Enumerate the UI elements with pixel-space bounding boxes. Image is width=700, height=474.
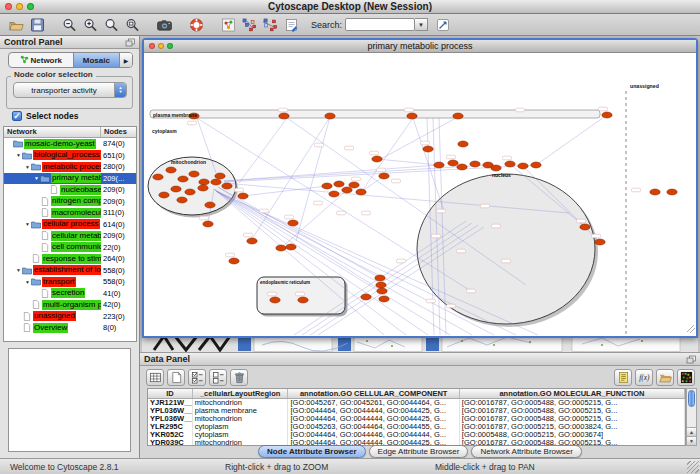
tree-row-label: secretion: [51, 288, 85, 298]
network-window-titlebar[interactable]: primary metabolic process: [144, 40, 696, 53]
control-panel-header: Control Panel: [0, 36, 139, 49]
tree-row[interactable]: ▼cellular process614(0): [4, 219, 136, 231]
resize-grip[interactable]: [687, 461, 699, 473]
zoom-in-button[interactable]: [80, 15, 101, 34]
tree-row[interactable]: ▼transport558(0): [4, 276, 136, 288]
tab-network-attribute-browser[interactable]: Network Attribute Browser: [471, 445, 581, 458]
zoom-fit-button[interactable]: [122, 15, 143, 34]
table-cell: YLR295C: [148, 423, 193, 431]
map-attributes-button[interactable]: [239, 15, 260, 34]
status-text: Right-click + drag to ZOOM: [225, 462, 328, 472]
select-attributes-button[interactable]: [188, 369, 206, 386]
tree-row[interactable]: secretion41(0): [4, 288, 136, 300]
scroll-up-button[interactable]: ▲: [687, 427, 696, 436]
import-attributes-button[interactable]: [656, 369, 674, 386]
zoom-out-button[interactable]: [59, 15, 80, 34]
table-cell: [GO:0044464, GO:0044444, GO:0044425, G..…: [288, 415, 459, 423]
tree-row[interactable]: ▼biological_process651(0): [4, 150, 136, 162]
table-row[interactable]: YKR052Ccytoplasm[GO:0044464, GO:0044446,…: [148, 431, 685, 439]
table-column-header[interactable]: _cellularLayoutRegion: [193, 389, 289, 398]
tree-row-count: 223(0): [103, 311, 125, 323]
tab-network[interactable]: Network: [9, 53, 73, 67]
svg-text:nucleus: nucleus: [492, 172, 511, 178]
network-window-title: primary metabolic process: [144, 41, 696, 51]
tree-row-count: 280(0): [103, 161, 125, 173]
tab-node-attribute-browser[interactable]: Node Attribute Browser: [258, 445, 366, 458]
network-image-button[interactable]: [218, 15, 239, 34]
dropdown-arrows-icon: ▲▼: [114, 83, 126, 97]
search-dropdown-button[interactable]: ▼: [415, 18, 428, 31]
delete-attribute-button[interactable]: [230, 369, 248, 386]
tab-mosaic[interactable]: Mosaic: [73, 53, 119, 67]
float-data-panel-icon[interactable]: [686, 355, 696, 364]
tree-row[interactable]: cell communicat22(0): [4, 242, 136, 254]
save-session-button[interactable]: [27, 15, 48, 34]
table-row[interactable]: YPL036W__2plasma membrane[GO:0044464, GO…: [148, 407, 685, 415]
map-attributes-alt-button[interactable]: [260, 15, 281, 34]
search-input[interactable]: [345, 18, 415, 31]
annotation-button[interactable]: [281, 15, 302, 34]
snapshot-button[interactable]: [154, 15, 175, 34]
data-panel-header: Data Panel: [140, 353, 700, 366]
svg-text:cytoplasm: cytoplasm: [152, 128, 177, 134]
scroll-down-button[interactable]: ▼: [687, 436, 696, 445]
control-panel-title: Control Panel: [4, 37, 63, 47]
help-button[interactable]: [186, 15, 207, 34]
table-column-header[interactable]: annotation.GO MOLECULAR_FUNCTION: [460, 389, 685, 398]
attribute-matrix-button[interactable]: [677, 369, 695, 386]
network-view-window[interactable]: primary metabolic process plasma membran…: [142, 38, 698, 338]
network-tab-icon: [20, 55, 29, 66]
tree-row[interactable]: multi-organism pro42(0): [4, 299, 136, 311]
table-cell: [GO:0005488, GO:0005215, GO:0003674]: [460, 431, 685, 439]
table-cell: [GO:0016787, GO:0005488, GO:0005215, G..…: [460, 415, 685, 423]
table-column-header[interactable]: annotation.GO CELLULAR_COMPONENT: [288, 389, 459, 398]
attribute-table-scrollbar[interactable]: ▲ ▼: [686, 388, 697, 446]
node-color-dropdown[interactable]: transporter activity ▲▼: [13, 82, 127, 98]
tab-edge-attribute-browser[interactable]: Edge Attribute Browser: [369, 445, 469, 458]
network-canvas[interactable]: plasma membranecytoplasmmitochondrionnuc…: [144, 53, 696, 336]
tree-row-label: metabolic process: [42, 162, 101, 172]
attribute-table[interactable]: ID_cellularLayoutRegionannotation.GO CEL…: [147, 388, 686, 446]
new-attribute-button[interactable]: [167, 369, 185, 386]
table-column-header[interactable]: ID: [148, 389, 193, 398]
table-row[interactable]: YLR295Ccytoplasm[GO:0045263, GO:0044464,…: [148, 423, 685, 431]
attribute-list-button[interactable]: [614, 369, 632, 386]
tree-column-nodes[interactable]: Nodes: [101, 127, 136, 137]
attribute-grid-button[interactable]: [146, 369, 164, 386]
tree-row[interactable]: ▼establishment of lo558(0): [4, 265, 136, 277]
tree-row[interactable]: nucleobase-209(0): [4, 184, 136, 196]
tree-row[interactable]: nitrogen compo209(0): [4, 196, 136, 208]
tree-row[interactable]: cellular metabo209(0): [4, 230, 136, 242]
tree-row[interactable]: ▼primary metabol209(...: [4, 173, 136, 185]
tree-row[interactable]: unassigned223(0): [4, 311, 136, 323]
tree-row[interactable]: ▼metabolic process280(0): [4, 161, 136, 173]
attribute-table-body: YJR121W__1mitochondrion[GO:0045267, GO:0…: [148, 399, 685, 446]
select-nodes-checkbox[interactable]: ✓: [12, 111, 22, 121]
tree-row-label: response to stimulu: [42, 254, 101, 264]
tree-row-count: 8(0): [103, 322, 116, 334]
tab-overflow-button[interactable]: ▶: [119, 53, 132, 67]
toolbar-buttons: [6, 15, 302, 34]
tree-column-network[interactable]: Network: [4, 127, 101, 137]
table-row[interactable]: YPL036W__1mitochondrion[GO:0044464, GO:0…: [148, 415, 685, 423]
tree-row-label: nitrogen compo: [51, 196, 101, 206]
scrollbar-thumb[interactable]: [688, 390, 695, 407]
main-toolbar: Search: ▼: [0, 14, 700, 36]
control-panel-tabs: Network Mosaic ▶: [8, 52, 133, 68]
unselect-attributes-button[interactable]: [209, 369, 227, 386]
network-graph: plasma membranecytoplasmmitochondrionnuc…: [144, 53, 696, 336]
table-row[interactable]: YJR121W__1mitochondrion[GO:0045267, GO:0…: [148, 399, 685, 407]
data-panel-toolbar-left: [146, 369, 248, 386]
formula-builder-button[interactable]: f(x): [635, 369, 653, 386]
search-options-button[interactable]: [434, 17, 452, 33]
tree-row[interactable]: macromolecule311(0): [4, 207, 136, 219]
zoom-selected-button[interactable]: [101, 15, 122, 34]
window-titlebar[interactable]: Cytoscape Desktop (New Session): [0, 0, 700, 14]
window-title: Cytoscape Desktop (New Session): [0, 1, 700, 12]
tree-row[interactable]: Overview8(0): [4, 322, 136, 334]
float-panel-icon[interactable]: [125, 38, 135, 47]
tree-row[interactable]: response to stimulu264(0): [4, 253, 136, 265]
open-file-button[interactable]: [6, 15, 27, 34]
network-tree-rows: mosaic-demo-yeast874(0)▼biological_proce…: [4, 138, 136, 334]
tree-row[interactable]: mosaic-demo-yeast874(0): [4, 138, 136, 150]
